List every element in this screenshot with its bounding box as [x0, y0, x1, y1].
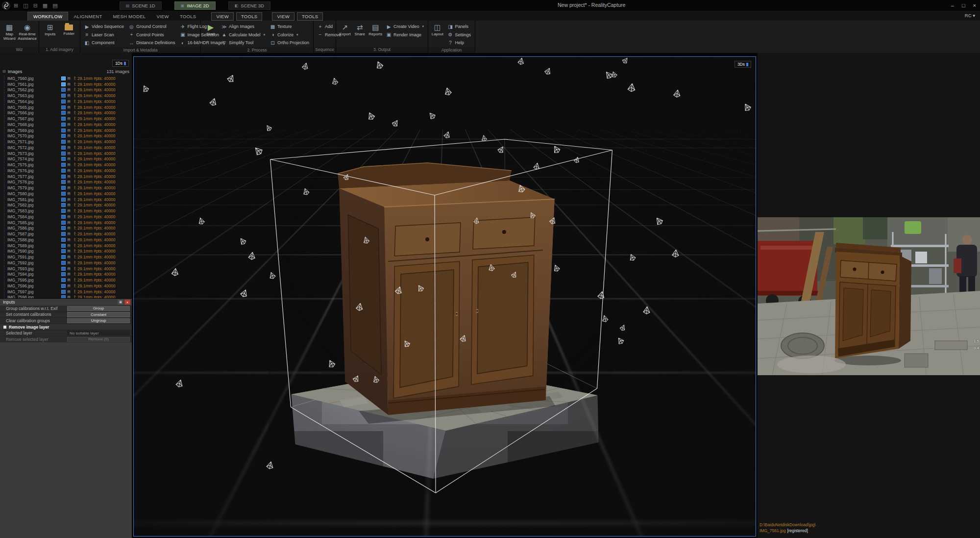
- camera-marker[interactable]: [672, 249, 679, 257]
- camera-marker[interactable]: [302, 62, 309, 70]
- camera-marker[interactable]: [604, 70, 613, 80]
- inputs-row-button[interactable]: Group: [67, 306, 130, 311]
- camera-marker[interactable]: [367, 111, 375, 121]
- tab-scene-1d[interactable]: ▤ SCENE 1D: [120, 1, 162, 10]
- settings-button[interactable]: ⚙Settings: [445, 31, 473, 39]
- inputs-button[interactable]: ⊞ Inputs: [41, 22, 59, 47]
- image-list-item[interactable]: IMG_7576.jpg▤f: 29.1mm #pts: 40000: [0, 168, 132, 174]
- image-list-item[interactable]: IMG_7569.jpg▤f: 29.1mm #pts: 40000: [0, 128, 132, 133]
- tab-tools-2d[interactable]: TOOLS: [236, 12, 263, 21]
- image-list-item[interactable]: IMG_7585.jpg▤f: 29.1mm #pts: 40000: [0, 220, 132, 226]
- control-points-button[interactable]: +Control Points: [127, 31, 177, 39]
- camera-marker[interactable]: [544, 67, 552, 75]
- image-list-item[interactable]: IMG_7579.jpg▤f: 29.1mm #pts: 40000: [0, 185, 132, 191]
- camera-marker[interactable]: [552, 145, 561, 154]
- camera-marker[interactable]: [239, 237, 247, 246]
- image-list-item[interactable]: IMG_7588.jpg▤f: 29.1mm #pts: 40000: [0, 237, 132, 243]
- camera-marker[interactable]: [302, 188, 310, 196]
- close-button[interactable]: ×: [973, 2, 976, 8]
- image-list-item[interactable]: IMG_7575.jpg▤f: 29.1mm #pts: 40000: [0, 162, 132, 168]
- image-list-item[interactable]: IMG_7597.jpg▤f: 29.1mm #pts: 40000: [0, 289, 132, 295]
- tab-alignment[interactable]: ALIGNMENT: [68, 12, 107, 21]
- inputs-row-button[interactable]: Constant: [67, 312, 130, 317]
- tab-workflow[interactable]: WORKFLOW: [27, 12, 68, 21]
- image-list-item[interactable]: IMG_7573.jpg▤f: 29.1mm #pts: 40000: [0, 151, 132, 156]
- camera-marker[interactable]: [142, 84, 149, 93]
- camera-marker[interactable]: [619, 324, 627, 331]
- share-button[interactable]: ⇄ Share: [353, 22, 367, 47]
- camera-marker[interactable]: [597, 291, 606, 300]
- camera-marker[interactable]: [573, 156, 580, 164]
- image-list-item[interactable]: IMG_7591.jpg▤f: 29.1mm #pts: 40000: [0, 254, 132, 260]
- camera-marker[interactable]: [248, 252, 256, 260]
- camera-marker[interactable]: [428, 111, 436, 120]
- inputs-row-button[interactable]: Ungroup: [67, 318, 130, 324]
- panel-pin-icon[interactable]: ▣: [118, 300, 123, 305]
- image-list-item[interactable]: IMG_7564.jpg▤f: 29.1mm #pts: 40000: [0, 99, 132, 104]
- image-list-item[interactable]: IMG_7570.jpg▤f: 29.1mm #pts: 40000: [0, 133, 132, 139]
- camera-marker[interactable]: [253, 145, 264, 156]
- video-sequence-button[interactable]: ▶Video Sequence: [82, 23, 126, 31]
- start-button[interactable]: ▶ Start: [203, 22, 219, 47]
- image-list-item[interactable]: IMG_7568.jpg▤f: 29.1mm #pts: 40000: [0, 122, 132, 128]
- camera-marker[interactable]: [497, 145, 505, 154]
- image-list-item[interactable]: IMG_7574.jpg▤f: 29.1mm #pts: 40000: [0, 156, 132, 162]
- create-video-button[interactable]: ▶Create Video▾: [384, 23, 426, 31]
- layout-split-icon[interactable]: ◫: [23, 2, 28, 9]
- camera-marker[interactable]: [240, 288, 249, 298]
- camera-marker[interactable]: [622, 57, 630, 64]
- camera-marker[interactable]: [616, 336, 625, 345]
- image-list-item[interactable]: IMG_7589.jpg▤f: 29.1mm #pts: 40000: [0, 243, 132, 249]
- image-list-item[interactable]: IMG_7571.jpg▤f: 29.1mm #pts: 40000: [0, 139, 132, 145]
- render-image-button[interactable]: ▣Render Image: [384, 31, 426, 39]
- image-list[interactable]: IMG_7560.jpg▤f: 29.1mm #pts: 40000IMG_75…: [0, 76, 132, 298]
- camera-marker[interactable]: [392, 119, 400, 128]
- camera-marker[interactable]: [269, 271, 276, 279]
- image-list-item[interactable]: IMG_7565.jpg▤f: 29.1mm #pts: 40000: [0, 104, 132, 110]
- camera-marker[interactable]: [332, 77, 339, 85]
- rc-account-badge[interactable]: RC ▾: [965, 13, 975, 18]
- image-list-item[interactable]: IMG_7593.jpg▤f: 29.1mm #pts: 40000: [0, 266, 132, 272]
- image-2d-view[interactable]: 1.5 0.4: [758, 217, 980, 375]
- image-list-item[interactable]: IMG_7590.jpg▤f: 29.1mm #pts: 40000: [0, 249, 132, 255]
- image-list-item[interactable]: IMG_7566.jpg▤f: 29.1mm #pts: 40000: [0, 110, 132, 116]
- image-list-item[interactable]: IMG_7594.jpg▤f: 29.1mm #pts: 40000: [0, 272, 132, 278]
- camera-marker[interactable]: [743, 102, 752, 112]
- camera-marker[interactable]: [172, 268, 179, 276]
- camera-marker[interactable]: [197, 217, 205, 225]
- collapse-icon[interactable]: ⊟: [2, 69, 6, 74]
- image-list-item[interactable]: IMG_7577.jpg▤f: 29.1mm #pts: 40000: [0, 174, 132, 179]
- colorize-button[interactable]: ◑Colorize▾: [268, 31, 311, 39]
- camera-marker[interactable]: [227, 74, 236, 83]
- image-list-item[interactable]: IMG_7560.jpg▤f: 29.1mm #pts: 40000: [0, 76, 132, 81]
- tab-tools[interactable]: TOOLS: [174, 12, 202, 21]
- image-list-item[interactable]: IMG_7595.jpg▤f: 29.1mm #pts: 40000: [0, 277, 132, 283]
- image-list-item[interactable]: IMG_7584.jpg▤f: 29.1mm #pts: 40000: [0, 214, 132, 220]
- camera-marker[interactable]: [628, 253, 636, 261]
- image-list-item[interactable]: IMG_7583.jpg▤f: 29.1mm #pts: 40000: [0, 208, 132, 214]
- inputs-section-header[interactable]: Remove image layer: [0, 324, 132, 331]
- camera-marker[interactable]: [673, 89, 681, 98]
- calculate-model-button[interactable]: ▲Calculate Model▾: [220, 31, 267, 39]
- image-list-item[interactable]: IMG_7562.jpg▤f: 29.1mm #pts: 40000: [0, 87, 132, 93]
- layout-quad-icon[interactable]: ▦: [43, 2, 48, 9]
- help-button[interactable]: ?Help: [445, 39, 473, 47]
- camera-marker[interactable]: [375, 60, 384, 70]
- align-images-button[interactable]: ≫Align Images: [220, 23, 267, 31]
- camera-marker[interactable]: [481, 135, 487, 141]
- export-button[interactable]: ↗ Export: [338, 22, 352, 47]
- camera-marker[interactable]: [175, 379, 184, 388]
- layout-button[interactable]: ◫ Layout: [430, 22, 444, 47]
- image-list-item[interactable]: IMG_7580.jpg▤f: 29.1mm #pts: 40000: [0, 191, 132, 197]
- camera-marker[interactable]: [628, 83, 636, 92]
- distance-definitions-button[interactable]: ↔Distance Definitions: [127, 39, 177, 47]
- folder-button[interactable]: Folder: [60, 22, 78, 47]
- camera-marker[interactable]: [327, 359, 336, 368]
- maximize-button[interactable]: □: [962, 2, 965, 8]
- image-list-item[interactable]: IMG_7587.jpg▤f: 29.1mm #pts: 40000: [0, 231, 132, 237]
- image-list-item[interactable]: IMG_7581.jpg▤f: 29.1mm #pts: 40000: [0, 197, 132, 203]
- camera-marker[interactable]: [643, 306, 650, 314]
- image-list-item[interactable]: IMG_7598.jpg▤f: 29.1mm #pts: 40000: [0, 295, 132, 299]
- camera-marker[interactable]: [444, 87, 452, 96]
- panel-close-icon[interactable]: ×: [124, 300, 130, 305]
